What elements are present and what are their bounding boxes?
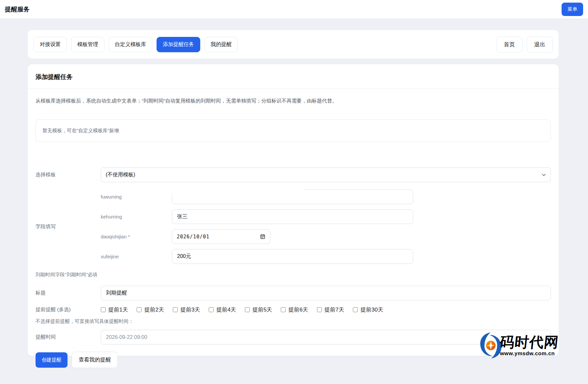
daoqishijian-date-input[interactable]: 2026/10/01: [172, 229, 270, 244]
fields-group: fuwuming kehuming daoqishijian *: [101, 189, 551, 264]
card-title: 添加提醒任务: [28, 64, 559, 89]
empty-template-notice: 暂无模板，可在“自定义模板库”新增: [36, 120, 551, 142]
fuwuming-input[interactable]: [172, 189, 413, 204]
title-input[interactable]: [101, 286, 551, 300]
app-title: 提醒服务: [5, 5, 30, 14]
advance-option-1d[interactable]: 提前1天: [101, 306, 128, 313]
menu-button[interactable]: 菜单: [562, 3, 583, 16]
reminder-time-row: 提醒时间: [36, 330, 551, 344]
reminder-time-input[interactable]: [101, 330, 551, 344]
advance-option-4d[interactable]: 提前4天: [209, 306, 236, 313]
advance-option-label: 提前1天: [108, 306, 128, 313]
advance-option-label: 提前4天: [216, 306, 236, 313]
advance-option-5d[interactable]: 提前5天: [245, 306, 272, 313]
date-value: 2026/10/01: [177, 234, 209, 240]
tab-add-reminder-task[interactable]: 添加提醒任务: [157, 37, 200, 52]
advance-option-label: 提前7天: [324, 306, 344, 313]
advance-checkbox-2d[interactable]: [137, 307, 142, 312]
nav-tab-bar: 对接设置 模板管理 自定义模板库 添加提醒任务 我的提醒 首页 退出: [28, 30, 559, 59]
field-label-daoqishijian: daoqishijian *: [101, 234, 172, 239]
chevron-down-icon: [542, 173, 546, 177]
tab-my-reminders[interactable]: 我的提醒: [204, 37, 238, 52]
advance-checkbox-4d[interactable]: [209, 307, 214, 312]
add-reminder-card: 添加提醒任务 从模板库选择模板后，系统自动生成中文表单；“到期时间”自动复用模板…: [28, 64, 559, 356]
fields-fill-row: 字段填写 fuwuming kehuming: [36, 189, 551, 264]
reminder-form: 选择模板 (不使用模板) 字段填写 fuwuming: [36, 168, 551, 368]
advance-option-6d[interactable]: 提前6天: [281, 306, 308, 313]
advance-option-7d[interactable]: 提前7天: [317, 306, 344, 313]
form-actions: 创建提醒 查看我的提醒: [36, 352, 551, 368]
advance-option-label: 提前2天: [144, 306, 164, 313]
field-row-daoqishijian: daoqishijian * 2026/10/01: [101, 229, 551, 244]
advance-checkbox-1d[interactable]: [101, 307, 106, 312]
no-advance-note: 不选择提前提醒，可直接填写具体提醒时间：: [36, 318, 551, 325]
advance-reminder-label: 提前提醒 (多选): [36, 306, 101, 313]
kehuming-input[interactable]: [172, 209, 413, 224]
field-row-fuwuming: fuwuming: [101, 189, 551, 204]
advance-option-label: 提前3天: [180, 306, 200, 313]
field-label-kehuming: kehuming: [101, 214, 172, 219]
tab-template-management[interactable]: 模板管理: [71, 37, 104, 52]
advance-option-2d[interactable]: 提前2天: [137, 306, 164, 313]
view-my-reminders-button[interactable]: 查看我的提醒: [72, 352, 118, 368]
advance-checkbox-6d[interactable]: [281, 307, 286, 312]
title-row: 标题: [36, 286, 551, 300]
template-select-row: 选择模板 (不使用模板): [36, 168, 551, 182]
calendar-icon[interactable]: [260, 234, 265, 239]
top-bar: 提醒服务 菜单: [0, 0, 588, 19]
create-reminder-button[interactable]: 创建提醒: [36, 352, 68, 368]
field-label-xufeijine: xufeijine: [101, 254, 172, 259]
advance-reminder-row: 提前提醒 (多选) 提前1天 提前2天 提前3天 提前4天 提前5天 提前6天 …: [36, 306, 551, 313]
tab-custom-template-library[interactable]: 自定义模板库: [109, 37, 152, 52]
template-select-value: (不使用模板): [106, 171, 135, 178]
advance-option-label: 提前5天: [252, 306, 272, 313]
template-select[interactable]: (不使用模板): [101, 168, 551, 182]
logout-button[interactable]: 退出: [527, 37, 553, 53]
advance-checkbox-5d[interactable]: [245, 307, 250, 312]
advance-option-label: 提前6天: [288, 306, 308, 313]
xufeijine-input[interactable]: [172, 249, 413, 264]
required-note: 到期时间字段“到期时间”必填: [36, 272, 551, 278]
reminder-time-label: 提醒时间: [36, 334, 101, 341]
field-row-kehuming: kehuming: [101, 209, 551, 224]
field-label-fuwuming: fuwuming: [101, 194, 172, 200]
card-description: 从模板库选择模板后，系统自动生成中文表单；“到期时间”自动复用模板的到期时间，无…: [36, 89, 551, 104]
advance-checkbox-7d[interactable]: [317, 307, 322, 312]
field-row-xufeijine: xufeijine: [101, 249, 551, 264]
home-button[interactable]: 首页: [496, 37, 522, 53]
title-label: 标题: [36, 290, 101, 296]
card-body: 从模板库选择模板后，系统自动生成中文表单；“到期时间”自动复用模板的到期时间，无…: [28, 89, 559, 368]
advance-option-30d[interactable]: 提前30天: [353, 306, 383, 313]
tab-connect-settings[interactable]: 对接设置: [34, 37, 67, 52]
page-container: 对接设置 模板管理 自定义模板库 添加提醒任务 我的提醒 首页 退出 添加提醒任…: [0, 19, 588, 356]
advance-option-label: 提前30天: [360, 306, 383, 313]
template-select-label: 选择模板: [36, 171, 101, 178]
fields-fill-label: 字段填写: [36, 223, 101, 230]
advance-checkbox-30d[interactable]: [353, 307, 358, 312]
advance-option-3d[interactable]: 提前3天: [173, 306, 200, 313]
advance-checkbox-3d[interactable]: [173, 307, 178, 312]
fuwuming-input-wrap: [172, 189, 413, 204]
advance-options-list: 提前1天 提前2天 提前3天 提前4天 提前5天 提前6天 提前7天 提前30天: [101, 306, 551, 313]
nav-right-group: 首页 退出: [496, 37, 553, 53]
